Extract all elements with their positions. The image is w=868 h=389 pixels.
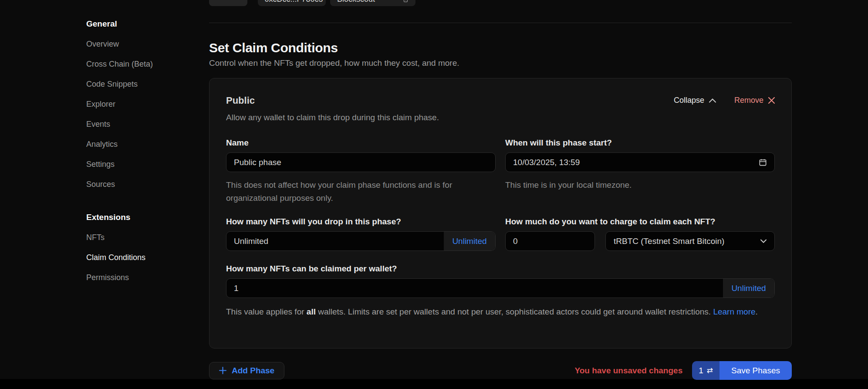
start-time-field: When will this phase start? 10/03/2025, … bbox=[505, 138, 775, 205]
sidebar-item-explorer[interactable]: Explorer bbox=[86, 94, 217, 114]
sidebar-section-extensions: Extensions bbox=[86, 207, 217, 227]
phase-name-input[interactable] bbox=[226, 152, 496, 172]
plus-icon bbox=[219, 367, 226, 374]
sidebar-section-general: General bbox=[86, 14, 217, 34]
page-subtitle: Control when the NFTs get dropped, how m… bbox=[209, 58, 459, 68]
name-helper-text: This does not affect how your claim phas… bbox=[226, 179, 496, 205]
sidebar-item-overview[interactable]: Overview bbox=[86, 34, 217, 54]
contract-sidebar: General Overview Cross Chain (Beta) Code… bbox=[86, 14, 217, 288]
remove-label: Remove bbox=[734, 96, 763, 105]
block-explorer-label: Rootstock Blockscout bbox=[337, 0, 399, 4]
note-middle: wallets. Limits are set per wallets and … bbox=[316, 307, 713, 316]
swap-arrows-icon: ⇄ bbox=[707, 366, 713, 375]
supply-unlimited-button[interactable]: Unlimited bbox=[444, 232, 495, 250]
tab-button[interactable] bbox=[209, 0, 247, 6]
start-time-input[interactable]: 10/03/2025, 13:59 bbox=[505, 152, 775, 172]
pending-changes-count: 1 bbox=[699, 366, 703, 375]
note-suffix: . bbox=[756, 307, 758, 316]
per-wallet-label: How many NFTs can be claimed per wallet? bbox=[226, 264, 775, 274]
app-background: 0xcDcc...F780c5 Rootstock Blockscout Gen… bbox=[0, 0, 868, 379]
note-prefix: This value applies for bbox=[226, 307, 307, 316]
sidebar-item-settings[interactable]: Settings bbox=[86, 154, 217, 174]
pending-changes-badge[interactable]: 1 ⇄ bbox=[692, 361, 719, 380]
add-phase-button[interactable]: Add Phase bbox=[209, 362, 284, 379]
contract-address-button[interactable]: 0xcDcc...F780c5 bbox=[258, 0, 326, 6]
note-bold-all: all bbox=[307, 307, 316, 316]
sidebar-item-analytics[interactable]: Analytics bbox=[86, 134, 217, 154]
save-phases-label: Save Phases bbox=[731, 366, 780, 375]
calendar-icon[interactable] bbox=[759, 158, 767, 166]
start-time-value: 10/03/2025, 13:59 bbox=[513, 158, 580, 167]
currency-select[interactable]: tRBTC (Testnet Smart Bitcoin) bbox=[605, 231, 775, 251]
price-label: How much do you want to charge to claim … bbox=[505, 217, 775, 227]
add-phase-label: Add Phase bbox=[232, 366, 274, 375]
top-divider bbox=[209, 23, 792, 23]
sidebar-item-cross-chain[interactable]: Cross Chain (Beta) bbox=[86, 54, 217, 74]
per-wallet-unlimited-button[interactable]: Unlimited bbox=[723, 279, 774, 298]
start-time-label: When will this phase start? bbox=[505, 138, 775, 148]
chevron-down-icon bbox=[760, 239, 767, 243]
claim-phase-card: Public Collapse Remove Allow any wallet … bbox=[209, 78, 792, 348]
sidebar-spacer bbox=[86, 194, 217, 207]
learn-more-link[interactable]: Learn more bbox=[713, 307, 755, 316]
sidebar-item-code-snippets[interactable]: Code Snippets bbox=[86, 74, 217, 94]
save-phases-split-button: 1 ⇄ Save Phases bbox=[692, 361, 792, 380]
external-link-icon bbox=[403, 0, 409, 3]
sidebar-item-sources[interactable]: Sources bbox=[86, 174, 217, 194]
per-wallet-input[interactable] bbox=[226, 278, 775, 298]
sidebar-item-events[interactable]: Events bbox=[86, 114, 217, 134]
chevron-up-icon bbox=[709, 98, 716, 103]
price-amount-input[interactable] bbox=[505, 231, 595, 251]
sidebar-item-permissions[interactable]: Permissions bbox=[86, 267, 217, 288]
per-wallet-field: How many NFTs can be claimed per wallet?… bbox=[226, 264, 775, 318]
collapse-button[interactable]: Collapse bbox=[674, 96, 716, 105]
remove-phase-button[interactable]: Remove bbox=[734, 96, 775, 105]
phase-description: Allow any wallet to claim this drop duri… bbox=[226, 113, 775, 122]
claim-conditions-footer: Add Phase You have unsaved changes 1 ⇄ S… bbox=[209, 361, 792, 380]
contract-address-label: 0xcDcc...F780c5 bbox=[264, 0, 323, 4]
start-time-helper-text: This time is in your local timezone. bbox=[505, 179, 775, 192]
close-icon bbox=[768, 97, 775, 104]
supply-label: How many NFTs will you drop in this phas… bbox=[226, 217, 496, 227]
sidebar-item-claim-conditions[interactable]: Claim Conditions bbox=[86, 247, 217, 267]
page-title: Set Claim Conditions bbox=[209, 41, 338, 55]
phase-title: Public bbox=[226, 95, 255, 106]
sidebar-item-nfts[interactable]: NFTs bbox=[86, 227, 217, 247]
block-explorer-button[interactable]: Rootstock Blockscout bbox=[330, 0, 415, 6]
collapse-label: Collapse bbox=[674, 96, 704, 105]
unsaved-changes-text: You have unsaved changes bbox=[574, 366, 682, 375]
price-field: How much do you want to charge to claim … bbox=[505, 217, 775, 251]
name-label: Name bbox=[226, 138, 496, 148]
currency-selected-value: tRBTC (Testnet Smart Bitcoin) bbox=[614, 237, 724, 246]
save-phases-button[interactable]: Save Phases bbox=[719, 361, 792, 380]
supply-field: How many NFTs will you drop in this phas… bbox=[226, 217, 496, 251]
name-field: Name This does not affect how your claim… bbox=[226, 138, 496, 205]
per-wallet-note: This value applies for all wallets. Limi… bbox=[226, 305, 770, 318]
